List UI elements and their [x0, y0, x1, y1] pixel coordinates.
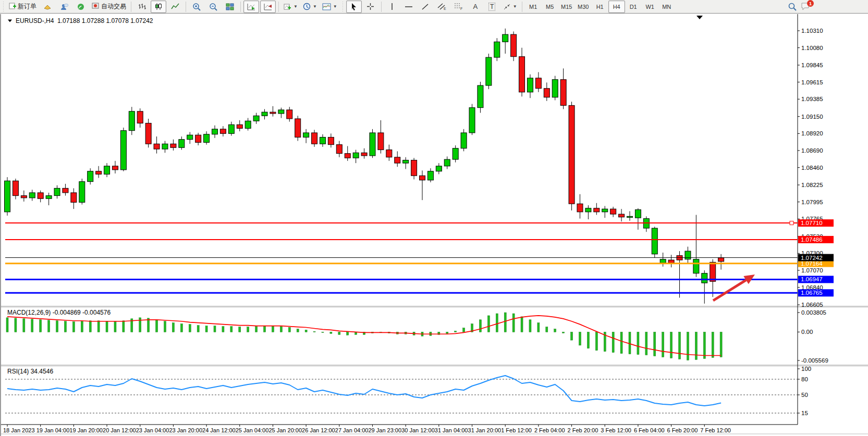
candle-body[interactable] [420, 176, 425, 180]
candle-body[interactable] [5, 181, 10, 212]
chart-canvas[interactable]: 1.103101.100801.098451.096151.093851.091… [1, 14, 868, 436]
indicators-button[interactable]: ▼ [320, 1, 339, 13]
candle-body[interactable] [54, 188, 60, 195]
candle-body[interactable] [693, 259, 699, 273]
search-icon[interactable] [788, 3, 797, 11]
line-chart-button[interactable] [167, 1, 183, 13]
candle-body[interactable] [353, 153, 359, 158]
candle-body[interactable] [411, 160, 417, 176]
candle-body[interactable] [38, 193, 43, 198]
candle-body[interactable] [710, 262, 716, 281]
new-chart-button[interactable]: ▼ [282, 1, 300, 13]
candle-body[interactable] [270, 112, 276, 114]
candle-body[interactable] [660, 259, 666, 263]
candle-body[interactable] [486, 57, 492, 85]
line-handle[interactable] [790, 221, 793, 225]
candle-body[interactable] [154, 144, 160, 149]
candle-body[interactable] [187, 135, 193, 140]
candle-body[interactable] [427, 171, 433, 180]
toolbar-grip[interactable] [2, 2, 5, 12]
candle-body[interactable] [71, 193, 77, 202]
candle-body[interactable] [88, 171, 93, 182]
text-label-tool-button[interactable]: T [484, 1, 500, 13]
candle-body[interactable] [503, 34, 508, 42]
candle-body[interactable] [718, 258, 724, 261]
trend-arrow-annotation[interactable] [713, 280, 746, 301]
timeframe-button-d1[interactable]: D1 [625, 1, 642, 13]
candle-body[interactable] [303, 133, 309, 138]
candle-body[interactable] [245, 121, 251, 128]
candle-body[interactable] [511, 34, 517, 57]
candle-body[interactable] [395, 157, 400, 163]
collapse-arrow-icon[interactable] [8, 20, 12, 22]
chart-shift-button[interactable] [260, 1, 276, 13]
timeframe-button-m30[interactable]: M30 [575, 1, 592, 13]
crosshair-tool-button[interactable] [363, 1, 378, 13]
signal-button[interactable] [73, 1, 89, 13]
zoom-in-button[interactable] [189, 1, 204, 13]
bar-chart-button[interactable] [134, 1, 150, 13]
market-watch-button[interactable] [40, 1, 55, 13]
candle-body[interactable] [345, 154, 350, 158]
candle-body[interactable] [253, 116, 259, 121]
candle-body[interactable] [652, 228, 657, 254]
candle-body[interactable] [619, 214, 625, 217]
candle-body[interactable] [594, 208, 600, 212]
auto-scroll-button[interactable] [243, 1, 259, 13]
candle-body[interactable] [560, 80, 566, 106]
zoom-out-button[interactable] [205, 1, 221, 13]
arrows-tool-button[interactable]: ▼ [501, 1, 519, 13]
candle-body[interactable] [552, 80, 558, 97]
chart-shift-marker-icon[interactable] [696, 16, 703, 19]
candle-body[interactable] [370, 133, 375, 156]
timeframe-button-h4[interactable]: H4 [608, 1, 625, 13]
candle-body[interactable] [535, 78, 541, 89]
candle-body[interactable] [519, 57, 525, 92]
candle-body[interactable] [104, 166, 110, 175]
candle-body[interactable] [444, 159, 450, 166]
candle-body[interactable] [668, 260, 674, 263]
text-tool-button[interactable]: A [468, 1, 483, 13]
candle-body[interactable] [544, 89, 549, 97]
candle-body[interactable] [13, 181, 18, 195]
candle-body[interactable] [436, 166, 442, 171]
candle-body[interactable] [602, 209, 608, 212]
candle-body[interactable] [145, 123, 151, 144]
timeframe-button-m5[interactable]: M5 [542, 1, 558, 13]
candle-body[interactable] [478, 85, 483, 108]
candle-body[interactable] [635, 210, 641, 218]
candle-body[interactable] [278, 110, 284, 114]
candle-body[interactable] [120, 131, 126, 170]
timeframe-button-m1[interactable]: M1 [525, 1, 542, 13]
candle-body[interactable] [295, 119, 301, 137]
periods-button[interactable]: ▼ [301, 1, 319, 13]
trendline-tool-button[interactable] [418, 1, 433, 13]
equidistant-channel-tool-button[interactable]: E [434, 1, 450, 13]
new-order-button[interactable]: 新订单 [7, 1, 39, 13]
candle-body[interactable] [469, 108, 475, 133]
candle-body[interactable] [63, 188, 68, 193]
timeframe-button-h1[interactable]: H1 [592, 1, 608, 13]
toolbar-grip[interactable] [341, 2, 344, 12]
candle-body[interactable] [320, 137, 325, 144]
timeframe-button-m15[interactable]: M15 [558, 1, 575, 13]
candle-body[interactable] [386, 150, 392, 157]
auto-trading-button[interactable]: 自动交易 [90, 1, 128, 13]
candle-body[interactable] [461, 133, 467, 148]
candle-body[interactable] [494, 42, 500, 57]
candle-body[interactable] [361, 153, 367, 156]
candle-body[interactable] [46, 196, 52, 199]
candle-body[interactable] [527, 78, 533, 92]
candle-body[interactable] [336, 145, 342, 154]
vertical-line-tool-button[interactable] [384, 1, 400, 13]
profile-button[interactable] [56, 1, 72, 13]
candle-body[interactable] [262, 112, 267, 116]
candle-body[interactable] [96, 171, 102, 175]
candle-body[interactable] [21, 196, 27, 198]
candle-body[interactable] [137, 111, 143, 123]
fibonacci-tool-button[interactable]: F [451, 1, 467, 13]
candle-body[interactable] [129, 111, 135, 131]
candle-body[interactable] [577, 204, 583, 212]
candle-body[interactable] [195, 135, 201, 142]
candle-body[interactable] [112, 166, 118, 170]
